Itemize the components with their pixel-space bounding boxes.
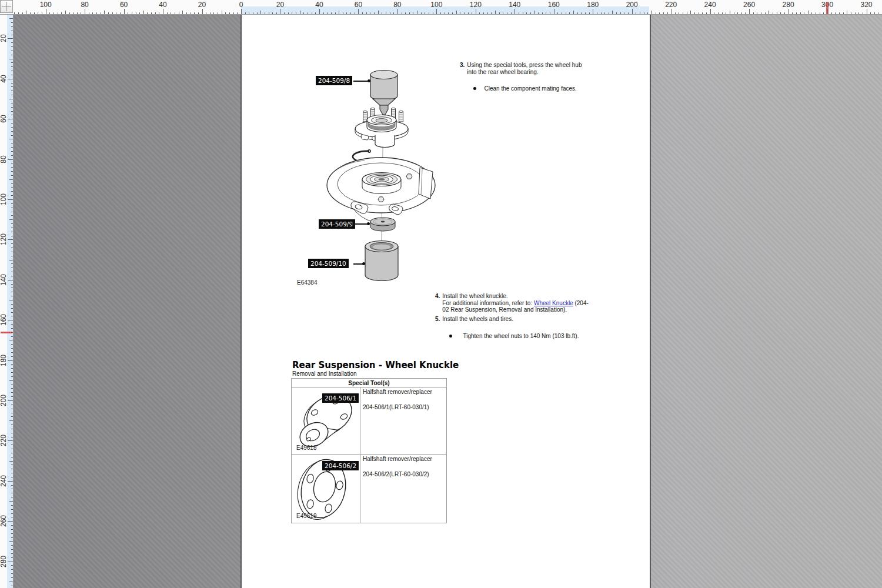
ruler-tick	[312, 12, 312, 15]
ruler-tick	[143, 11, 144, 14]
ruler-tick	[253, 12, 253, 15]
ruler-tick	[514, 9, 515, 14]
ruler-tick	[11, 509, 14, 510]
ruler-tick	[647, 12, 648, 15]
ruler-tick	[11, 91, 14, 91]
document-canvas[interactable]: 204-509/8 204-509/9 204-509/10 E64384 3.…	[13, 14, 882, 588]
ruler-tick	[867, 9, 867, 14]
figure-id-label: E49618	[296, 445, 316, 451]
ruler-tick	[11, 115, 14, 115]
ruler-tick	[11, 445, 14, 445]
ruler-tick	[11, 586, 14, 586]
ruler-tick	[8, 119, 13, 119]
ruler-tick	[745, 12, 746, 15]
ruler-tick	[9, 541, 13, 542]
leader-dot	[367, 222, 370, 225]
ruler-tick	[73, 12, 74, 15]
ruler-tick	[870, 12, 871, 15]
ruler-tick	[769, 11, 769, 14]
ruler-tick	[9, 139, 13, 139]
ruler-tick	[9, 461, 13, 462]
ruler-tick	[8, 562, 13, 562]
table-row: 204-506/2 E49619 Halfshaft remover/repla…	[292, 455, 447, 523]
ruler-label: 280	[0, 556, 8, 567]
ruler-tick	[272, 12, 273, 15]
ruler-tick	[11, 557, 14, 558]
ruler-tick	[624, 12, 624, 15]
ruler-tick	[863, 12, 863, 15]
ruler-tick	[11, 252, 14, 252]
ruler-tick	[581, 12, 582, 15]
ruler-tick	[11, 328, 14, 329]
ruler-tick	[577, 12, 578, 15]
wheel-knuckle-link[interactable]: Wheel Knuckle	[534, 300, 573, 306]
ruler-tick	[213, 12, 214, 15]
ruler-tick	[479, 12, 480, 15]
step-text: Install the wheels and tires.	[442, 316, 513, 323]
leader-line	[351, 223, 368, 225]
ruler-tick	[632, 9, 633, 14]
ruler-tick	[460, 12, 460, 15]
bullet-icon	[449, 335, 452, 338]
ruler-tick	[11, 425, 14, 425]
ruler-tick	[11, 51, 14, 51]
ruler-tick	[843, 12, 844, 15]
ruler-tick	[730, 11, 730, 14]
ruler-label: 100	[40, 1, 52, 9]
ruler-tick	[542, 12, 543, 15]
ruler-origin-button[interactable]	[0, 0, 13, 13]
ruler-tick	[11, 312, 14, 313]
ruler-tick	[9, 219, 13, 220]
ruler-tick	[714, 12, 714, 15]
ruler-label: 260	[0, 515, 8, 527]
ruler-tick	[11, 22, 14, 23]
ruler-tick	[11, 187, 14, 188]
ruler-tick	[9, 380, 13, 381]
ruler-tick	[433, 12, 433, 15]
tool-image-204-506-2: 204-506/2 E49619	[292, 455, 360, 523]
ruler-label: 20	[198, 1, 206, 9]
ruler-tick	[8, 79, 13, 79]
ruler-tick	[11, 364, 14, 365]
ruler-tick	[42, 12, 42, 15]
ruler-tick	[11, 416, 14, 417]
ruler-tick	[765, 12, 766, 15]
ruler-tick	[604, 12, 605, 15]
ruler-tick	[11, 473, 14, 473]
ruler-label: 80	[0, 155, 8, 163]
ruler-tick	[11, 284, 14, 285]
document-page[interactable]: 204-509/8 204-509/9 204-509/10 E64384 3.…	[240, 14, 651, 588]
wheel-hub-drawing	[355, 108, 408, 147]
ruler-tick	[757, 12, 757, 15]
ruler-tick	[11, 232, 14, 232]
ruler-tick	[507, 12, 507, 15]
ruler-tick	[49, 12, 50, 15]
ruler-tick	[511, 12, 512, 15]
ruler-tick	[30, 12, 31, 15]
tool-description-cell: Halfshaft remover/replacer 204-506/2(LRT…	[360, 455, 447, 523]
ruler-tick	[667, 12, 668, 15]
ruler-label: 160	[0, 314, 8, 326]
ruler-tick	[800, 12, 801, 15]
ruler-tick	[526, 12, 527, 15]
ruler-tick	[11, 256, 14, 256]
ruler-tick	[237, 12, 238, 15]
figure-id-label: E49619	[296, 513, 316, 519]
ruler-tick	[652, 11, 652, 14]
ruler-tick	[116, 12, 116, 15]
ruler-tick	[11, 31, 14, 31]
step-3-bullet: Clean the component mating faces.	[473, 85, 577, 92]
ruler-tick	[245, 12, 246, 15]
ruler-tick	[620, 12, 621, 15]
ruler-tick	[112, 12, 113, 15]
ruler-label: 80	[393, 1, 401, 9]
leader-dot	[368, 79, 370, 82]
ruler-tick	[9, 501, 13, 502]
ruler-tick	[761, 12, 761, 15]
ruler-label: 60	[0, 115, 8, 123]
ruler-tick	[8, 400, 13, 401]
ruler-tick	[11, 203, 14, 204]
ruler-tick	[734, 12, 734, 15]
ruler-tick	[11, 86, 14, 87]
table-header: Special Tool(s)	[292, 379, 447, 387]
